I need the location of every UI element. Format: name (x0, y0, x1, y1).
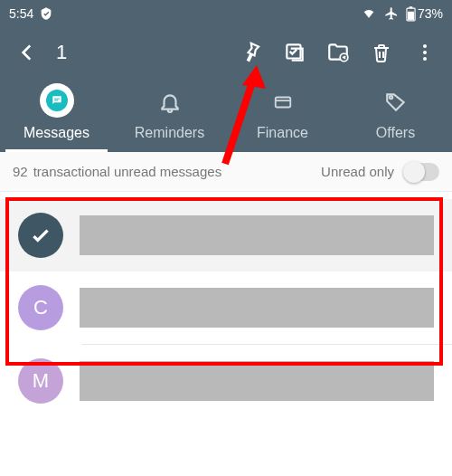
svg-rect-10 (275, 98, 290, 108)
status-time: 5:54 (9, 6, 33, 21)
delete-button[interactable] (360, 31, 403, 74)
unread-only-label: Unread only (321, 164, 394, 179)
card-icon (268, 87, 298, 118)
airplane-icon (384, 6, 399, 21)
message-preview-placeholder (80, 288, 434, 328)
status-bar: 5:54 73% (0, 0, 452, 27)
svg-rect-8 (54, 99, 60, 100)
tab-finance[interactable]: Finance (226, 87, 339, 152)
status-app-icon (39, 6, 53, 21)
messages-icon (40, 83, 74, 118)
selection-count: 1 (49, 41, 74, 64)
move-to-folder-button[interactable] (316, 31, 360, 74)
tab-label: Reminders (135, 125, 204, 141)
avatar-selected[interactable] (18, 213, 63, 258)
list-item[interactable]: M (0, 345, 452, 417)
list-item[interactable]: C (0, 271, 452, 344)
select-all-button[interactable] (273, 31, 316, 74)
overflow-menu-button[interactable] (403, 31, 447, 74)
message-preview-placeholder (80, 215, 434, 255)
message-list: C M (0, 192, 452, 417)
battery-icon: 73% (406, 6, 443, 22)
unread-count: 92 (13, 164, 28, 179)
tab-reminders[interactable]: Reminders (113, 87, 226, 152)
battery-percent: 73% (418, 6, 443, 21)
svg-point-5 (423, 44, 427, 48)
svg-rect-2 (408, 11, 414, 19)
selection-toolbar: 1 (0, 27, 452, 78)
wifi-icon (361, 7, 377, 20)
pin-button[interactable] (230, 31, 273, 74)
message-preview-placeholder (80, 361, 434, 401)
svg-rect-1 (410, 6, 413, 8)
back-button[interactable] (5, 31, 49, 74)
list-item[interactable] (0, 199, 452, 271)
svg-point-11 (389, 96, 391, 99)
svg-point-7 (423, 57, 427, 61)
tag-icon (381, 87, 411, 118)
tab-label: Offers (376, 125, 415, 141)
svg-point-6 (423, 51, 427, 54)
bell-icon (155, 87, 185, 118)
filter-bar: 92 transactional unread messages Unread … (0, 152, 452, 192)
unread-description: transactional unread messages (33, 164, 221, 179)
unread-only-toggle[interactable] (403, 163, 439, 181)
svg-rect-9 (54, 100, 58, 100)
avatar[interactable]: C (18, 285, 63, 330)
tab-label: Messages (24, 125, 89, 141)
tab-offers[interactable]: Offers (339, 87, 452, 152)
tab-messages[interactable]: Messages (0, 83, 113, 152)
tab-bar: Messages Reminders Finance Offers (0, 78, 452, 152)
avatar[interactable]: M (18, 358, 63, 404)
tab-label: Finance (257, 125, 308, 141)
